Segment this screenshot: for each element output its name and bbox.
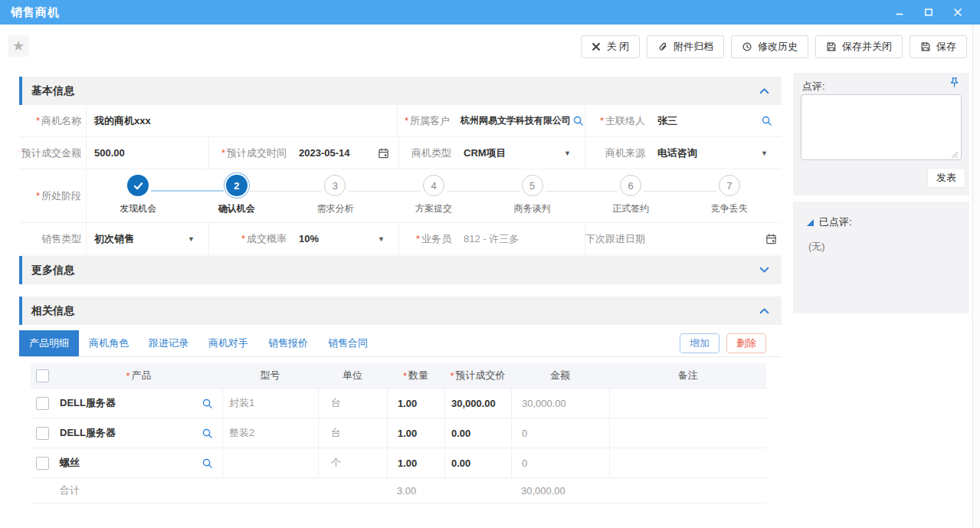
chevron-up-icon[interactable] <box>759 307 769 314</box>
favorite-star-button[interactable]: ★ <box>8 35 29 57</box>
salesman-field[interactable]: 812 - 许三多 <box>456 223 585 254</box>
close-button[interactable]: 关 闭 <box>581 35 640 58</box>
product-cell[interactable]: 螺丝 <box>55 448 222 477</box>
row-checkbox[interactable] <box>36 397 49 410</box>
tab-2[interactable]: 商机角色 <box>79 330 139 356</box>
amount-label: 预计成交金额 <box>19 137 87 169</box>
publish-comment-button[interactable]: 发表 <box>927 168 965 188</box>
section-header-related[interactable]: 相关信息 <box>19 297 782 325</box>
note-cell[interactable] <box>609 389 766 418</box>
opportunity-name-label: 商机名称 <box>19 105 87 136</box>
qty-cell[interactable]: 1.00 <box>387 389 444 418</box>
select-all-checkbox[interactable] <box>36 369 49 382</box>
chevron-down-icon[interactable]: ▼ <box>564 149 571 157</box>
model-cell[interactable]: 封装1 <box>222 389 318 418</box>
total-empty-cell <box>222 478 318 503</box>
chevron-down-icon[interactable]: ▼ <box>761 149 768 157</box>
search-icon[interactable] <box>202 428 213 439</box>
column-header: 型号 <box>222 363 318 388</box>
column-header: 产品 <box>55 363 222 388</box>
price-cell[interactable]: 0.00 <box>444 448 511 477</box>
search-icon[interactable] <box>761 115 772 126</box>
opportunity-name-field[interactable]: 我的商机xxx <box>87 105 397 136</box>
row-checkbox[interactable] <box>36 457 49 470</box>
stage-2[interactable]: 2确认机会 <box>188 175 287 222</box>
section-header-more[interactable]: 更多信息 <box>19 256 782 284</box>
attachment-archive-button[interactable]: 附件归档 <box>647 35 724 58</box>
stage-4[interactable]: 4方案提交 <box>385 175 483 222</box>
qty-cell[interactable]: 1.00 <box>387 418 444 448</box>
stage-6[interactable]: 6正式签约 <box>582 175 680 222</box>
table-row: DELL服务器整装2台1.000.000 <box>31 418 766 448</box>
tab-3[interactable]: 跟进记录 <box>139 330 198 356</box>
stage-5[interactable]: 5商务谈判 <box>483 175 582 222</box>
sale-type-select[interactable]: 初次销售▼ <box>87 223 208 254</box>
maximize-button[interactable] <box>923 7 934 18</box>
stage-3[interactable]: 3需求分析 <box>286 175 385 222</box>
probability-select[interactable]: 10%▼ <box>291 223 398 254</box>
delete-row-button[interactable]: 删除 <box>726 333 766 353</box>
model-cell[interactable]: 整装2 <box>222 418 318 448</box>
minimize-button[interactable] <box>894 7 905 18</box>
column-header: 单位 <box>318 363 387 388</box>
total-empty-cell <box>318 478 387 503</box>
window-controls <box>894 7 969 18</box>
total-empty-cell <box>444 478 511 503</box>
customer-field[interactable]: 杭州网易文学科技有限公司 <box>454 105 585 136</box>
stage-number[interactable]: 6 <box>620 175 641 196</box>
stage-number[interactable]: 7 <box>719 175 740 196</box>
price-cell[interactable]: 0.00 <box>444 418 511 448</box>
history-button[interactable]: 修改历史 <box>731 35 808 58</box>
search-icon[interactable] <box>572 115 584 126</box>
calendar-icon[interactable] <box>378 147 389 159</box>
product-cell[interactable]: DELL服务器 <box>55 389 222 418</box>
product-cell[interactable]: DELL服务器 <box>55 418 222 448</box>
stage-7[interactable]: 7竞争丢失 <box>680 175 778 222</box>
tab-1[interactable]: 产品明细 <box>19 330 79 356</box>
note-cell[interactable] <box>609 418 766 448</box>
close-window-button[interactable] <box>952 7 963 18</box>
opp-type-select[interactable]: CRM项目▼ <box>456 137 585 169</box>
column-header: 金额 <box>511 363 609 388</box>
calendar-icon[interactable] <box>765 233 777 244</box>
contact-field[interactable]: 张三 <box>650 105 782 136</box>
source-select[interactable]: 电话咨询▼ <box>650 137 782 169</box>
add-row-button[interactable]: 增加 <box>680 333 719 353</box>
comment-textarea[interactable] <box>801 94 962 160</box>
search-icon[interactable] <box>202 457 213 469</box>
tab-5[interactable]: 销售报价 <box>258 330 318 356</box>
note-cell[interactable] <box>609 448 766 477</box>
next-follow-field[interactable] <box>650 223 782 254</box>
section-header-basic[interactable]: 基本信息 <box>19 77 782 105</box>
save-and-close-button[interactable]: 保存并关闭 <box>815 35 903 58</box>
qty-cell[interactable]: 1.00 <box>387 448 444 477</box>
price-cell[interactable]: 30,000.00 <box>444 389 511 418</box>
model-cell[interactable] <box>222 448 318 477</box>
chevron-up-icon[interactable] <box>759 87 769 94</box>
stage-number[interactable]: 3 <box>324 175 346 196</box>
reviewed-header[interactable]: 已点评: <box>807 215 852 229</box>
table-actions: 增加 删除 <box>680 333 766 353</box>
pin-icon[interactable] <box>949 77 960 88</box>
deal-date-field[interactable]: 2023-05-14 <box>291 137 398 169</box>
stage-1[interactable]: 发现机会 <box>89 175 188 222</box>
table-header-row: 产品型号单位数量预计成交价金额备注 <box>31 363 766 389</box>
chevron-down-icon[interactable]: ▼ <box>188 235 195 243</box>
stage-check-icon[interactable] <box>127 175 149 196</box>
reviewed-panel: 已点评: (无) <box>793 202 969 313</box>
stage-number[interactable]: 2 <box>226 175 247 196</box>
scrollbar[interactable] <box>972 25 980 528</box>
total-qty-cell: 3.00 <box>387 478 444 503</box>
amount-field[interactable]: 500.00 <box>87 137 208 169</box>
save-button[interactable]: 保存 <box>910 35 967 58</box>
row-checkbox[interactable] <box>36 427 49 440</box>
chevron-down-icon[interactable]: ▼ <box>378 235 385 243</box>
stage-number[interactable]: 4 <box>423 175 444 196</box>
chevron-down-icon[interactable] <box>759 267 769 274</box>
comment-label: 点评: <box>802 80 825 93</box>
tab-6[interactable]: 销售合同 <box>318 330 378 356</box>
search-icon[interactable] <box>202 398 213 409</box>
tab-4[interactable]: 商机对手 <box>198 330 258 356</box>
paperclip-icon <box>657 41 668 52</box>
stage-number[interactable]: 5 <box>522 175 543 196</box>
